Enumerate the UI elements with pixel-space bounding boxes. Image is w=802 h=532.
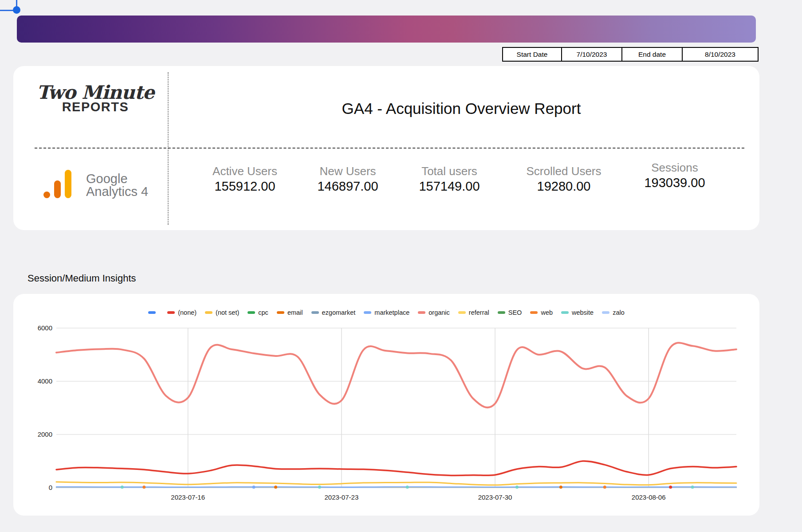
svg-text:2023-08-06: 2023-08-06 — [632, 493, 666, 501]
metric-active-users: Active Users 155912.00 — [212, 164, 277, 195]
two-minute-reports-logo: Two Minute REPORTS — [31, 83, 160, 113]
metric-sessions: Sessions 193039.00 — [644, 161, 705, 191]
section-title: Session/Medium Insights — [28, 273, 136, 284]
end-date-label-cell[interactable]: End date — [622, 48, 683, 61]
sessions-medium-line-chart: 02000400060002023-07-162023-07-232023-07… — [13, 294, 759, 516]
horizontal-dashed-divider — [35, 148, 744, 149]
metric-value: 155912.00 — [212, 178, 277, 195]
metric-value: 19280.00 — [526, 178, 601, 195]
vertical-dotted-divider — [168, 72, 169, 225]
svg-text:2023-07-16: 2023-07-16 — [171, 493, 205, 501]
svg-text:4000: 4000 — [38, 377, 52, 385]
metric-label: Sessions — [644, 161, 705, 174]
metric-scrolled-users: Scrolled Users 19280.00 — [526, 164, 601, 195]
analytics-bars-icon — [43, 169, 83, 199]
google-analytics-wordmark: Google Analytics 4 — [86, 172, 148, 199]
ga-wordmark-line2: Analytics 4 — [86, 185, 148, 198]
metric-label: Active Users — [212, 164, 277, 178]
svg-text:2000: 2000 — [38, 430, 52, 438]
metric-value: 146897.00 — [317, 178, 378, 195]
report-page: { "page": { "date_bar": { "start_label":… — [0, 0, 802, 532]
svg-text:2023-07-23: 2023-07-23 — [325, 493, 359, 501]
svg-text:6000: 6000 — [38, 324, 52, 332]
end-date-value-cell[interactable]: 8/10/2023 — [683, 48, 758, 61]
google-analytics-logo: Google Analytics 4 — [43, 169, 148, 199]
metric-label: New Users — [317, 164, 378, 178]
svg-text:0: 0 — [49, 484, 52, 491]
ga-wordmark-line1: Google — [86, 172, 148, 185]
gradient-banner — [17, 16, 756, 43]
page-title: GA4 - Acquisition Overview Report — [168, 100, 755, 117]
crosshair-dot-icon — [13, 6, 20, 14]
metric-value: 193039.00 — [644, 174, 705, 191]
metric-value: 157149.00 — [419, 178, 480, 195]
report-header-card: Two Minute REPORTS GA4 - Acquisition Ove… — [13, 66, 759, 230]
metric-total-users: Total users 157149.00 — [419, 164, 480, 195]
start-date-label-cell[interactable]: Start Date — [503, 48, 562, 61]
metric-label: Total users — [419, 164, 480, 178]
sessions-medium-chart-card: (none)(not set)cpcemailezgomarketmarketp… — [13, 294, 759, 516]
date-range-strip: Start Date 7/10/2023 End date 8/10/2023 — [502, 47, 759, 62]
metric-new-users: New Users 146897.00 — [317, 164, 378, 195]
start-date-value-cell[interactable]: 7/10/2023 — [562, 48, 622, 61]
svg-text:2023-07-30: 2023-07-30 — [478, 493, 512, 501]
metric-label: Scrolled Users — [526, 164, 601, 178]
